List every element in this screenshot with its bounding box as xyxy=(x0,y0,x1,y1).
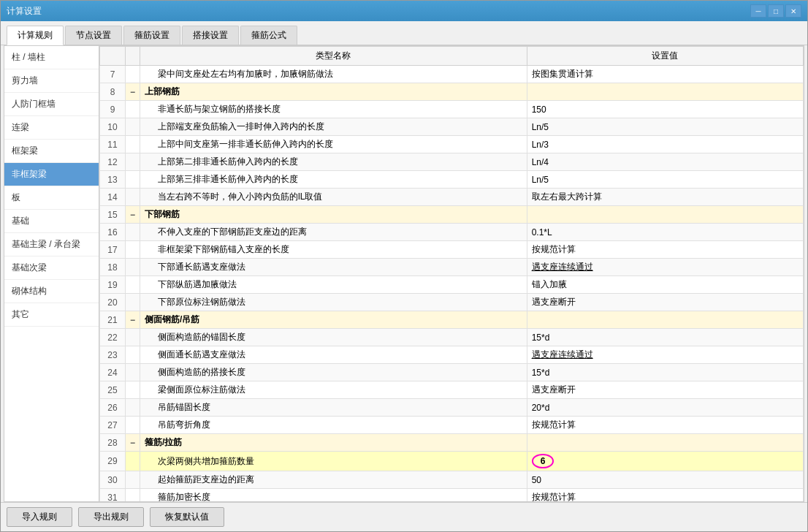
row-value[interactable] xyxy=(527,434,803,452)
tab-calc-rules[interactable]: 计算规则 xyxy=(7,26,64,45)
table-row[interactable]: 19下部纵筋遇加腋做法锚入加腋 xyxy=(100,276,804,294)
table-row[interactable]: 10上部端支座负筋输入一排时伸入跨内的长度Ln/5 xyxy=(100,118,804,136)
table-row[interactable]: 25梁侧面原位标注筋做法遇支座断开 xyxy=(100,381,804,399)
table-row[interactable]: 31箍筋加密长度按规范计算 xyxy=(100,489,804,502)
highlighted-value: 6 xyxy=(532,454,554,468)
table-row[interactable]: 22侧面构造筋的锚固长度15*d xyxy=(100,329,804,346)
table-row[interactable]: 9非通长筋与架立钢筋的搭接长度150 xyxy=(100,101,804,118)
table-row[interactable]: 23侧面通长筋遇支座做法遇支座连续通过 xyxy=(100,346,804,364)
row-name: 非框架梁下部钢筋锚入支座的长度 xyxy=(140,241,527,259)
row-number: 12 xyxy=(100,153,126,171)
row-value[interactable]: 取左右最大跨计算 xyxy=(527,189,803,206)
table-row[interactable]: 17非框架梁下部钢筋锚入支座的长度按规范计算 xyxy=(100,241,804,259)
close-button[interactable]: ✕ xyxy=(785,4,801,18)
table-row[interactable]: 26吊筋锚固长度20*d xyxy=(100,399,804,417)
row-value[interactable]: 遇支座连续通过 xyxy=(527,346,803,364)
row-value[interactable]: Ln/4 xyxy=(527,153,803,171)
row-value[interactable]: 遇支座断开 xyxy=(527,381,803,399)
sidebar-item-column[interactable]: 柱 / 墙柱 xyxy=(4,46,99,69)
table-container[interactable]: 类型名称 设置值 7梁中间支座处左右均有加腋时，加腋钢筋做法按图集贯通计算8−上… xyxy=(99,46,804,501)
row-value[interactable]: 按图集贯通计算 xyxy=(527,66,803,83)
row-value[interactable]: 20*d xyxy=(527,399,803,417)
minimize-button[interactable]: ─ xyxy=(750,4,766,18)
table-row[interactable]: 15−下部钢筋 xyxy=(100,206,804,224)
tab-lap-settings[interactable]: 搭接设置 xyxy=(182,26,239,45)
tab-stirrup-formula[interactable]: 箍筋公式 xyxy=(240,26,297,45)
row-name: 下部通长筋遇支座做法 xyxy=(140,259,527,276)
row-expand-icon xyxy=(126,399,140,417)
row-expand-icon[interactable]: − xyxy=(126,434,140,452)
tab-node-settings[interactable]: 节点设置 xyxy=(65,26,122,45)
row-expand-icon[interactable]: − xyxy=(126,206,140,224)
row-name: 吊筋锚固长度 xyxy=(140,399,527,417)
main-window: 计算设置 ─ □ ✕ 计算规则 节点设置 箍筋设置 搭接设置 箍筋公式 柱 / … xyxy=(0,0,808,532)
row-expand-icon[interactable]: − xyxy=(126,311,140,329)
row-value[interactable]: 15*d xyxy=(527,329,803,346)
table-row[interactable]: 20下部原位标注钢筋做法遇支座断开 xyxy=(100,294,804,311)
sidebar-item-slab[interactable]: 板 xyxy=(4,186,99,210)
sidebar-item-other[interactable]: 其它 xyxy=(4,303,99,327)
sidebar-item-shear-wall[interactable]: 剪力墙 xyxy=(4,69,99,93)
row-expand-icon xyxy=(126,417,140,434)
row-name: 上部中间支座第一排非通长筋伸入跨内的长度 xyxy=(140,136,527,153)
sidebar-item-frame-beam[interactable]: 框架梁 xyxy=(4,140,99,163)
row-value[interactable]: 按规范计算 xyxy=(527,417,803,434)
table-row[interactable]: 28−箍筋/拉筋 xyxy=(100,434,804,452)
row-value[interactable]: 锚入加腋 xyxy=(527,276,803,294)
row-name: 上部第三排非通长筋伸入跨内的长度 xyxy=(140,171,527,189)
row-value[interactable]: 按规范计算 xyxy=(527,241,803,259)
table-row[interactable]: 27吊筋弯折角度按规范计算 xyxy=(100,417,804,434)
row-expand-icon xyxy=(126,259,140,276)
row-number: 11 xyxy=(100,136,126,153)
row-expand-icon xyxy=(126,329,140,346)
content-area: 柱 / 墙柱 剪力墙 人防门框墙 连梁 框架梁 非框架梁 板 基础 基础主梁 /… xyxy=(4,45,804,502)
table-row[interactable]: 12上部第二排非通长筋伸入跨内的长度Ln/4 xyxy=(100,153,804,171)
table-row[interactable]: 11上部中间支座第一排非通长筋伸入跨内的长度Ln/3 xyxy=(100,136,804,153)
table-row[interactable]: 8−上部钢筋 xyxy=(100,83,804,101)
maximize-button[interactable]: □ xyxy=(768,4,784,18)
sidebar-item-foundation[interactable]: 基础 xyxy=(4,210,99,233)
row-value[interactable]: 50 xyxy=(527,471,803,489)
row-value[interactable]: 遇支座断开 xyxy=(527,294,803,311)
row-value[interactable]: Ln/5 xyxy=(527,171,803,189)
row-value[interactable]: 15*d xyxy=(527,364,803,381)
row-value[interactable] xyxy=(527,206,803,224)
row-expand-icon xyxy=(126,346,140,364)
table-row[interactable]: 7梁中间支座处左右均有加腋时，加腋钢筋做法按图集贯通计算 xyxy=(100,66,804,83)
col-value-header: 设置值 xyxy=(527,47,803,66)
tab-stirrup-settings[interactable]: 箍筋设置 xyxy=(123,26,180,45)
sidebar-item-connecting-beam[interactable]: 连梁 xyxy=(4,116,99,140)
table-row[interactable]: 29次梁两侧共增加箍筋数量6 xyxy=(100,452,804,471)
table-row[interactable]: 24侧面构造筋的搭接长度15*d xyxy=(100,364,804,381)
row-expand-icon xyxy=(126,489,140,502)
export-rules-button[interactable]: 导出规则 xyxy=(78,507,144,527)
row-value[interactable]: 6 xyxy=(527,452,803,471)
table-row[interactable]: 16不伸入支座的下部钢筋距支座边的距离0.1*L xyxy=(100,224,804,241)
row-value[interactable] xyxy=(527,83,803,101)
row-number: 29 xyxy=(100,452,126,471)
row-value-text: 遇支座连续通过 xyxy=(532,262,593,272)
row-value[interactable]: 0.1*L xyxy=(527,224,803,241)
table-row[interactable]: 14当左右跨不等时，伸入小跨内负筋的lL取值取左右最大跨计算 xyxy=(100,189,804,206)
row-value[interactable]: Ln/3 xyxy=(527,136,803,153)
import-rules-button[interactable]: 导入规则 xyxy=(7,507,72,527)
restore-defaults-button[interactable]: 恢复默认值 xyxy=(150,507,224,527)
table-row[interactable]: 21−侧面钢筋/吊筋 xyxy=(100,311,804,329)
row-value[interactable]: 遇支座连续通过 xyxy=(527,259,803,276)
sidebar-item-civil-defense[interactable]: 人防门框墙 xyxy=(4,93,99,116)
bottom-bar: 导入规则 导出规则 恢复默认值 xyxy=(1,502,807,531)
table-row[interactable]: 13上部第三排非通长筋伸入跨内的长度Ln/5 xyxy=(100,171,804,189)
table-row[interactable]: 30起始箍筋距支座边的距离50 xyxy=(100,471,804,489)
row-value[interactable]: 按规范计算 xyxy=(527,489,803,502)
sidebar-item-foundation-main-beam[interactable]: 基础主梁 / 承台梁 xyxy=(4,233,99,256)
sidebar-item-foundation-secondary-beam[interactable]: 基础次梁 xyxy=(4,256,99,280)
row-expand-icon[interactable]: − xyxy=(126,83,140,101)
sidebar-item-masonry[interactable]: 砌体结构 xyxy=(4,280,99,303)
row-value[interactable]: 150 xyxy=(527,101,803,118)
row-value[interactable]: Ln/5 xyxy=(527,118,803,136)
row-name: 上部钢筋 xyxy=(140,83,527,101)
row-name: 上部端支座负筋输入一排时伸入跨内的长度 xyxy=(140,118,527,136)
sidebar-item-non-frame-beam[interactable]: 非框架梁 xyxy=(4,163,99,186)
row-value[interactable] xyxy=(527,311,803,329)
table-row[interactable]: 18下部通长筋遇支座做法遇支座连续通过 xyxy=(100,259,804,276)
